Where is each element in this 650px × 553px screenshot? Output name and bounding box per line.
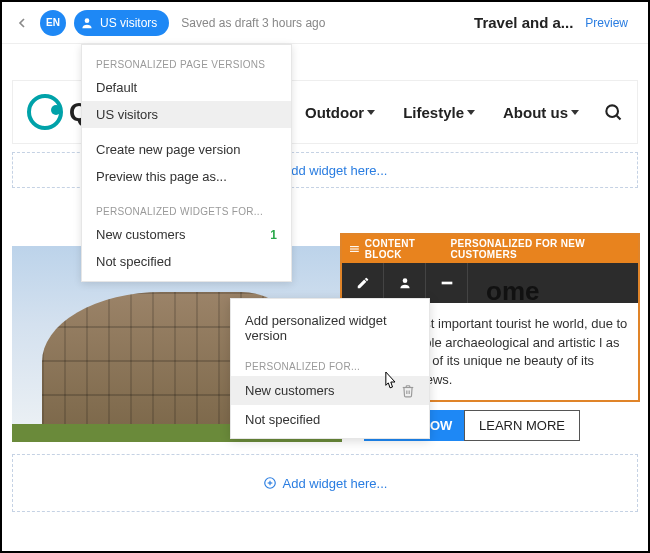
- chevron-down-icon: [571, 110, 579, 115]
- dropdown-section-header: PERSONALIZED WIDGETS FOR...: [82, 198, 291, 221]
- add-widget-zone[interactable]: Add widget here...: [12, 454, 638, 512]
- page-version-item[interactable]: US visitors: [82, 101, 291, 128]
- svg-point-9: [402, 278, 407, 283]
- page-version-item[interactable]: Default: [82, 74, 291, 101]
- svg-point-1: [606, 105, 618, 117]
- create-page-version[interactable]: Create new page version: [82, 136, 291, 163]
- nav-link-lifestyle[interactable]: Lifestyle: [403, 104, 475, 121]
- user-icon: [398, 276, 412, 290]
- audience-dropdown: PERSONALIZED PAGE VERSIONS Default US vi…: [81, 44, 292, 282]
- draft-status: Saved as draft 3 hours ago: [181, 16, 325, 30]
- svg-rect-6: [350, 246, 359, 247]
- preview-page-as[interactable]: Preview this page as...: [82, 163, 291, 190]
- svg-point-0: [85, 18, 90, 23]
- audience-label: US visitors: [100, 16, 157, 30]
- site-logo-icon: [27, 94, 63, 130]
- search-icon[interactable]: [603, 102, 623, 122]
- nav-link-outdoor[interactable]: Outdoor: [305, 104, 375, 121]
- page-title: Travel and a...: [474, 14, 573, 31]
- svg-rect-7: [350, 248, 359, 249]
- editor-topbar: EN US visitors Saved as draft 3 hours ag…: [2, 2, 648, 44]
- learn-more-button[interactable]: LEARN MORE: [464, 410, 580, 441]
- svg-rect-10: [441, 282, 452, 285]
- minus-icon: [439, 281, 455, 285]
- audience-selector[interactable]: US visitors: [74, 10, 169, 36]
- widget-audience-item[interactable]: Not specified: [82, 248, 291, 275]
- svg-rect-8: [350, 251, 359, 252]
- svg-line-2: [617, 116, 621, 120]
- chevron-down-icon: [467, 110, 475, 115]
- preview-link[interactable]: Preview: [585, 16, 628, 30]
- widget-audience-item[interactable]: New customers 1: [82, 221, 291, 248]
- add-widget-version[interactable]: Add personalized widget version: [231, 303, 429, 353]
- language-badge[interactable]: EN: [40, 10, 66, 36]
- audience-option[interactable]: Not specified: [231, 405, 429, 434]
- content-title: ome: [486, 273, 628, 311]
- trash-icon[interactable]: [401, 384, 415, 398]
- nav-link-aboutus[interactable]: About us: [503, 104, 579, 121]
- edit-button[interactable]: [342, 263, 384, 303]
- pencil-icon: [356, 276, 370, 290]
- user-icon: [80, 16, 94, 30]
- plus-circle-icon: [263, 476, 277, 490]
- more-button[interactable]: [426, 263, 468, 303]
- personalize-dropdown: Add personalized widget version PERSONAL…: [230, 298, 430, 439]
- mouse-cursor-icon: [380, 370, 400, 394]
- hamburger-icon: [350, 244, 359, 254]
- back-chevron-icon[interactable]: [12, 13, 32, 33]
- chevron-down-icon: [367, 110, 375, 115]
- personalize-button[interactable]: [384, 263, 426, 303]
- widget-badge: CONTENT BLOCK PERSONALIZED FOR NEW CUSTO…: [342, 235, 638, 263]
- dropdown-section-header: PERSONALIZED PAGE VERSIONS: [82, 51, 291, 74]
